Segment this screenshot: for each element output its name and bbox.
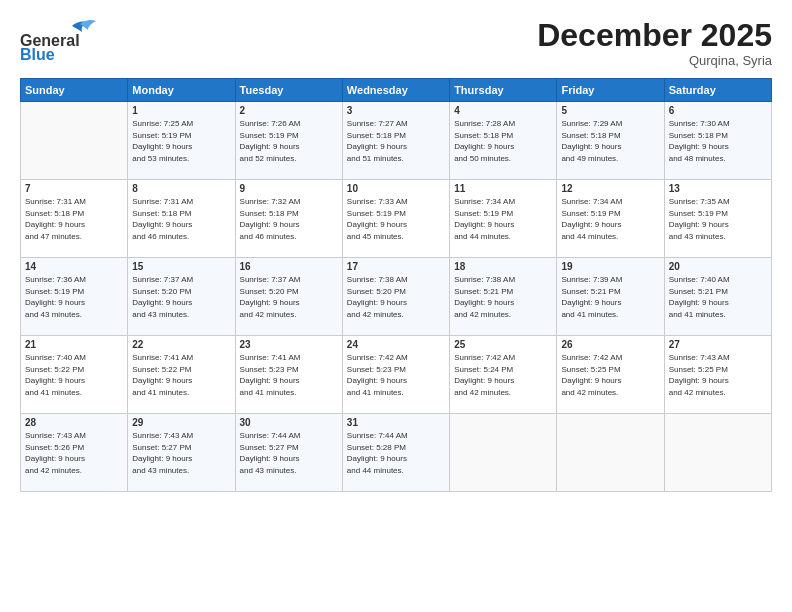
day-info: Sunrise: 7:43 AM Sunset: 5:25 PM Dayligh… xyxy=(669,352,767,398)
day-number: 8 xyxy=(132,183,230,194)
day-info: Sunrise: 7:42 AM Sunset: 5:24 PM Dayligh… xyxy=(454,352,552,398)
col-tuesday: Tuesday xyxy=(235,79,342,102)
calendar-page: General Blue December 2025 Qurqina, Syri… xyxy=(0,0,792,612)
day-cell: 14Sunrise: 7:36 AM Sunset: 5:19 PM Dayli… xyxy=(21,258,128,336)
day-info: Sunrise: 7:42 AM Sunset: 5:25 PM Dayligh… xyxy=(561,352,659,398)
day-cell: 21Sunrise: 7:40 AM Sunset: 5:22 PM Dayli… xyxy=(21,336,128,414)
day-number: 24 xyxy=(347,339,445,350)
day-number: 7 xyxy=(25,183,123,194)
day-cell: 22Sunrise: 7:41 AM Sunset: 5:22 PM Dayli… xyxy=(128,336,235,414)
week-row-3: 14Sunrise: 7:36 AM Sunset: 5:19 PM Dayli… xyxy=(21,258,772,336)
day-cell: 16Sunrise: 7:37 AM Sunset: 5:20 PM Dayli… xyxy=(235,258,342,336)
day-info: Sunrise: 7:27 AM Sunset: 5:18 PM Dayligh… xyxy=(347,118,445,164)
day-cell: 4Sunrise: 7:28 AM Sunset: 5:18 PM Daylig… xyxy=(450,102,557,180)
day-info: Sunrise: 7:41 AM Sunset: 5:23 PM Dayligh… xyxy=(240,352,338,398)
day-number: 19 xyxy=(561,261,659,272)
month-title: December 2025 xyxy=(537,18,772,53)
day-cell: 3Sunrise: 7:27 AM Sunset: 5:18 PM Daylig… xyxy=(342,102,449,180)
day-number: 18 xyxy=(454,261,552,272)
day-cell: 31Sunrise: 7:44 AM Sunset: 5:28 PM Dayli… xyxy=(342,414,449,492)
col-thursday: Thursday xyxy=(450,79,557,102)
logo: General Blue xyxy=(20,18,100,66)
day-info: Sunrise: 7:29 AM Sunset: 5:18 PM Dayligh… xyxy=(561,118,659,164)
day-cell: 2Sunrise: 7:26 AM Sunset: 5:19 PM Daylig… xyxy=(235,102,342,180)
day-cell: 10Sunrise: 7:33 AM Sunset: 5:19 PM Dayli… xyxy=(342,180,449,258)
day-number: 21 xyxy=(25,339,123,350)
day-cell: 11Sunrise: 7:34 AM Sunset: 5:19 PM Dayli… xyxy=(450,180,557,258)
day-number: 4 xyxy=(454,105,552,116)
day-number: 27 xyxy=(669,339,767,350)
col-monday: Monday xyxy=(128,79,235,102)
day-cell: 12Sunrise: 7:34 AM Sunset: 5:19 PM Dayli… xyxy=(557,180,664,258)
day-cell: 15Sunrise: 7:37 AM Sunset: 5:20 PM Dayli… xyxy=(128,258,235,336)
day-info: Sunrise: 7:38 AM Sunset: 5:21 PM Dayligh… xyxy=(454,274,552,320)
day-number: 10 xyxy=(347,183,445,194)
day-cell: 20Sunrise: 7:40 AM Sunset: 5:21 PM Dayli… xyxy=(664,258,771,336)
day-number: 1 xyxy=(132,105,230,116)
header-row: Sunday Monday Tuesday Wednesday Thursday… xyxy=(21,79,772,102)
logo-block: General Blue xyxy=(20,18,100,66)
day-number: 26 xyxy=(561,339,659,350)
day-info: Sunrise: 7:39 AM Sunset: 5:21 PM Dayligh… xyxy=(561,274,659,320)
calendar-table: Sunday Monday Tuesday Wednesday Thursday… xyxy=(20,78,772,492)
day-info: Sunrise: 7:44 AM Sunset: 5:27 PM Dayligh… xyxy=(240,430,338,476)
day-cell: 28Sunrise: 7:43 AM Sunset: 5:26 PM Dayli… xyxy=(21,414,128,492)
day-number: 16 xyxy=(240,261,338,272)
day-cell: 7Sunrise: 7:31 AM Sunset: 5:18 PM Daylig… xyxy=(21,180,128,258)
day-info: Sunrise: 7:35 AM Sunset: 5:19 PM Dayligh… xyxy=(669,196,767,242)
day-cell: 27Sunrise: 7:43 AM Sunset: 5:25 PM Dayli… xyxy=(664,336,771,414)
day-cell xyxy=(21,102,128,180)
day-cell: 19Sunrise: 7:39 AM Sunset: 5:21 PM Dayli… xyxy=(557,258,664,336)
day-number: 13 xyxy=(669,183,767,194)
day-info: Sunrise: 7:25 AM Sunset: 5:19 PM Dayligh… xyxy=(132,118,230,164)
day-info: Sunrise: 7:30 AM Sunset: 5:18 PM Dayligh… xyxy=(669,118,767,164)
day-cell: 23Sunrise: 7:41 AM Sunset: 5:23 PM Dayli… xyxy=(235,336,342,414)
day-info: Sunrise: 7:42 AM Sunset: 5:23 PM Dayligh… xyxy=(347,352,445,398)
day-info: Sunrise: 7:44 AM Sunset: 5:28 PM Dayligh… xyxy=(347,430,445,476)
day-number: 25 xyxy=(454,339,552,350)
week-row-1: 1Sunrise: 7:25 AM Sunset: 5:19 PM Daylig… xyxy=(21,102,772,180)
day-info: Sunrise: 7:43 AM Sunset: 5:27 PM Dayligh… xyxy=(132,430,230,476)
day-number: 2 xyxy=(240,105,338,116)
day-info: Sunrise: 7:36 AM Sunset: 5:19 PM Dayligh… xyxy=(25,274,123,320)
day-cell: 26Sunrise: 7:42 AM Sunset: 5:25 PM Dayli… xyxy=(557,336,664,414)
col-friday: Friday xyxy=(557,79,664,102)
day-info: Sunrise: 7:40 AM Sunset: 5:21 PM Dayligh… xyxy=(669,274,767,320)
logo-svg: General Blue xyxy=(20,18,100,62)
header: General Blue December 2025 Qurqina, Syri… xyxy=(20,18,772,68)
svg-text:Blue: Blue xyxy=(20,46,55,62)
day-info: Sunrise: 7:26 AM Sunset: 5:19 PM Dayligh… xyxy=(240,118,338,164)
day-info: Sunrise: 7:33 AM Sunset: 5:19 PM Dayligh… xyxy=(347,196,445,242)
day-cell: 17Sunrise: 7:38 AM Sunset: 5:20 PM Dayli… xyxy=(342,258,449,336)
day-info: Sunrise: 7:31 AM Sunset: 5:18 PM Dayligh… xyxy=(25,196,123,242)
day-cell: 6Sunrise: 7:30 AM Sunset: 5:18 PM Daylig… xyxy=(664,102,771,180)
day-number: 17 xyxy=(347,261,445,272)
day-number: 30 xyxy=(240,417,338,428)
week-row-5: 28Sunrise: 7:43 AM Sunset: 5:26 PM Dayli… xyxy=(21,414,772,492)
day-cell: 9Sunrise: 7:32 AM Sunset: 5:18 PM Daylig… xyxy=(235,180,342,258)
day-number: 9 xyxy=(240,183,338,194)
day-info: Sunrise: 7:34 AM Sunset: 5:19 PM Dayligh… xyxy=(561,196,659,242)
day-cell: 5Sunrise: 7:29 AM Sunset: 5:18 PM Daylig… xyxy=(557,102,664,180)
day-info: Sunrise: 7:37 AM Sunset: 5:20 PM Dayligh… xyxy=(132,274,230,320)
day-info: Sunrise: 7:32 AM Sunset: 5:18 PM Dayligh… xyxy=(240,196,338,242)
day-number: 31 xyxy=(347,417,445,428)
col-wednesday: Wednesday xyxy=(342,79,449,102)
day-number: 6 xyxy=(669,105,767,116)
week-row-4: 21Sunrise: 7:40 AM Sunset: 5:22 PM Dayli… xyxy=(21,336,772,414)
col-saturday: Saturday xyxy=(664,79,771,102)
day-cell: 25Sunrise: 7:42 AM Sunset: 5:24 PM Dayli… xyxy=(450,336,557,414)
day-cell xyxy=(664,414,771,492)
day-info: Sunrise: 7:34 AM Sunset: 5:19 PM Dayligh… xyxy=(454,196,552,242)
day-info: Sunrise: 7:37 AM Sunset: 5:20 PM Dayligh… xyxy=(240,274,338,320)
day-info: Sunrise: 7:41 AM Sunset: 5:22 PM Dayligh… xyxy=(132,352,230,398)
day-cell xyxy=(450,414,557,492)
day-info: Sunrise: 7:28 AM Sunset: 5:18 PM Dayligh… xyxy=(454,118,552,164)
day-cell: 30Sunrise: 7:44 AM Sunset: 5:27 PM Dayli… xyxy=(235,414,342,492)
day-info: Sunrise: 7:40 AM Sunset: 5:22 PM Dayligh… xyxy=(25,352,123,398)
col-sunday: Sunday xyxy=(21,79,128,102)
day-number: 3 xyxy=(347,105,445,116)
day-number: 20 xyxy=(669,261,767,272)
day-cell: 29Sunrise: 7:43 AM Sunset: 5:27 PM Dayli… xyxy=(128,414,235,492)
day-number: 5 xyxy=(561,105,659,116)
